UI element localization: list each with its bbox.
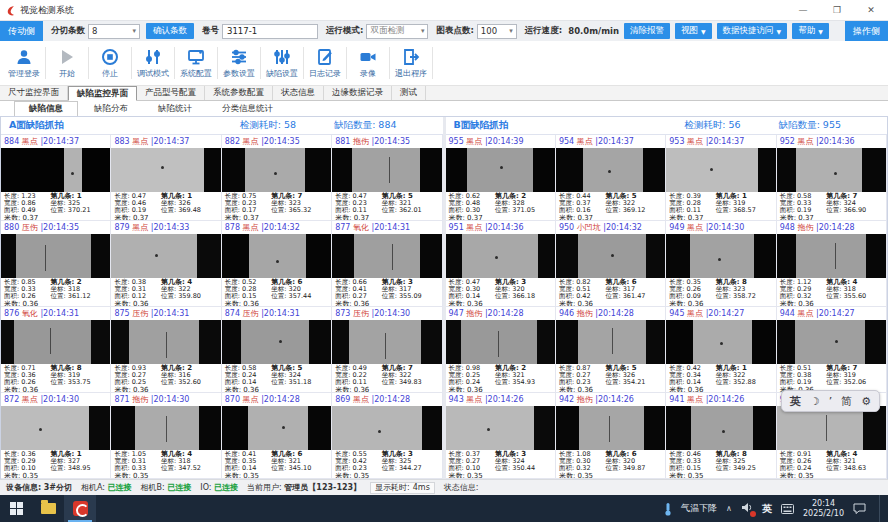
- defect-cell[interactable]: 880 压伤 |20:14:35 长度: 0.85 宽度: 0.33 面积: 0…: [1, 221, 111, 307]
- defect-cell[interactable]: 953 黑点 |20:14:37 长度: 0.39 宽度: 0.28 面积: 0…: [666, 135, 776, 221]
- clock[interactable]: 20:14 2025/2/10: [803, 499, 844, 518]
- tab-system-param-config[interactable]: 系统参数配置: [205, 86, 273, 100]
- moon-icon[interactable]: ☽: [810, 396, 820, 407]
- defect-cell[interactable]: 952 黑点 |20:14:36 长度: 0.58 宽度: 0.33 面积: 0…: [777, 135, 887, 221]
- defect-image[interactable]: [556, 148, 665, 192]
- run-mode-select[interactable]: 双面检测 ▾: [366, 24, 428, 39]
- defect-cell[interactable]: 955 黑点 |20:14:39 长度: 0.62 宽度: 0.48 面积: 0…: [446, 135, 556, 221]
- defect-cell[interactable]: 877 氧化 |20:14:31 长度: 0.66 宽度: 0.41 面积: 0…: [332, 221, 442, 307]
- subtab-defect-statistics[interactable]: 缺陷统计: [144, 102, 206, 116]
- defect-image[interactable]: [1, 148, 110, 192]
- defect-image[interactable]: [332, 148, 441, 192]
- defect-image[interactable]: [1, 406, 110, 450]
- tab-status-info[interactable]: 状态信息: [273, 86, 324, 100]
- defect-cell[interactable]: 954 黑点 |20:14:37 长度: 0.44 宽度: 0.37 面积: 0…: [556, 135, 666, 221]
- close-button[interactable]: ✕: [854, 1, 888, 19]
- defect-cell[interactable]: 883 黑点 |20:14:37 长度: 0.47 宽度: 0.46 面积: 0…: [111, 135, 221, 221]
- defect-image[interactable]: [777, 234, 886, 278]
- defect-image[interactable]: [111, 148, 220, 192]
- defect-cell[interactable]: 947 拖伤 |20:14:28 长度: 0.98 宽度: 0.25 面积: 0…: [446, 307, 556, 393]
- defect-image[interactable]: [332, 320, 441, 364]
- keyboard-icon[interactable]: [781, 504, 794, 514]
- defect-cell[interactable]: 884 黑点 |20:14:37 长度: 1.23 宽度: 0.86 面积: 0…: [1, 135, 111, 221]
- defect-cell[interactable]: 951 黑点 |20:14:36 长度: 0.47 宽度: 0.30 面积: 0…: [446, 221, 556, 307]
- tab-product-model-config[interactable]: 产品型号配置: [137, 86, 205, 100]
- defect-cell[interactable]: 943 黑点 |20:14:26 长度: 0.37 宽度: 0.27 面积: 0…: [446, 393, 556, 479]
- defect-cell[interactable]: 876 氧化 |20:14:31 长度: 0.71 宽度: 0.36 面积: 0…: [1, 307, 111, 393]
- defect-image[interactable]: [446, 148, 555, 192]
- operate-side-button[interactable]: 操作侧: [845, 21, 888, 41]
- defect-cell[interactable]: 869 黑点 |20:14:28 长度: 0.55 宽度: 0.42 面积: 0…: [332, 393, 442, 479]
- defect-cell[interactable]: 870 黑点 |20:14:28 长度: 0.41 宽度: 0.35 面积: 0…: [222, 393, 332, 479]
- file-explorer-button[interactable]: [32, 495, 64, 522]
- defect-cell[interactable]: 942 拖伤 |20:14:26 长度: 1.08 宽度: 0.30 面积: 0…: [556, 393, 666, 479]
- subtab-defect-info[interactable]: 缺陷信息: [14, 101, 78, 116]
- defect-cell[interactable]: 949 黑点 |20:14:30 长度: 0.35 宽度: 0.26 面积: 0…: [666, 221, 776, 307]
- defect-cell[interactable]: 872 黑点 |20:14:30 长度: 0.36 宽度: 0.29 面积: 0…: [1, 393, 111, 479]
- start-button[interactable]: [0, 495, 32, 522]
- defect-cell[interactable]: 878 黑点 |20:14:32 长度: 0.52 宽度: 0.28 面积: 0…: [222, 221, 332, 307]
- defect-cell[interactable]: 948 拖伤 |20:14:28 长度: 1.12 宽度: 0.29 面积: 0…: [777, 221, 887, 307]
- maximize-button[interactable]: ❐: [820, 1, 854, 19]
- tab-test[interactable]: 测试: [392, 86, 426, 100]
- defect-image[interactable]: [332, 406, 441, 450]
- defect-image[interactable]: [446, 320, 555, 364]
- ime-bar[interactable]: 英 ☽ ’ 简 ⚙: [781, 390, 880, 412]
- ime-simplified-toggle[interactable]: 简: [841, 396, 852, 407]
- drive-side-button[interactable]: 传动侧: [0, 21, 43, 41]
- roll-number-input[interactable]: [222, 24, 318, 39]
- admin-login-button[interactable]: 管理登录: [4, 48, 44, 79]
- defect-cell[interactable]: 946 拖伤 |20:14:28 长度: 0.87 宽度: 0.27 面积: 0…: [556, 307, 666, 393]
- defect-image[interactable]: [332, 234, 441, 278]
- subtab-defect-distribution[interactable]: 缺陷分布: [80, 102, 142, 116]
- show-desktop-button[interactable]: [879, 495, 884, 522]
- defect-cell[interactable]: 945 黑点 |20:14:27 长度: 0.42 宽度: 0.34 面积: 0…: [666, 307, 776, 393]
- defect-image[interactable]: [111, 406, 220, 450]
- defect-settings-button[interactable]: 缺陷设置: [262, 48, 302, 79]
- defect-image[interactable]: [556, 234, 665, 278]
- defect-image[interactable]: [556, 320, 665, 364]
- stop-button[interactable]: 停止: [90, 48, 130, 79]
- defect-cell[interactable]: 874 压伤 |20:14:31 长度: 0.58 宽度: 0.24 面积: 0…: [222, 307, 332, 393]
- help-menu-button[interactable]: 帮助▼: [792, 23, 829, 39]
- defect-image[interactable]: [222, 234, 331, 278]
- tab-size-monitor[interactable]: 尺寸监控界面: [0, 86, 68, 100]
- system-config-button[interactable]: 系统配置: [176, 48, 216, 79]
- clear-alarm-button[interactable]: 清除报警: [624, 23, 670, 39]
- log-record-button[interactable]: 日志记录: [305, 48, 345, 79]
- defect-image[interactable]: [777, 148, 886, 192]
- inspection-app-taskbar-button[interactable]: [64, 495, 96, 522]
- tab-defect-monitor[interactable]: 缺陷监控界面: [68, 86, 137, 101]
- defect-image[interactable]: [666, 234, 775, 278]
- defect-image[interactable]: [222, 406, 331, 450]
- defect-image[interactable]: [666, 406, 775, 450]
- defect-image[interactable]: [111, 234, 220, 278]
- slit-count-select[interactable]: 8 ▾: [88, 24, 140, 39]
- defect-cell[interactable]: 871 拖伤 |20:14:30 长度: 1.05 宽度: 0.31 面积: 0…: [111, 393, 221, 479]
- defect-image[interactable]: [777, 320, 886, 364]
- defect-image[interactable]: [446, 406, 555, 450]
- defect-cell[interactable]: 881 拖伤 |20:14:35 长度: 0.47 宽度: 0.23 面积: 0…: [332, 135, 442, 221]
- defect-cell[interactable]: 873 压伤 |20:14:30 长度: 0.49 宽度: 0.22 面积: 0…: [332, 307, 442, 393]
- punctuation-toggle[interactable]: ’: [829, 396, 833, 407]
- ime-lang-toggle[interactable]: 英: [790, 396, 801, 407]
- defect-cell[interactable]: 941 黑点 |20:14:26 长度: 0.46 宽度: 0.33 面积: 0…: [666, 393, 776, 479]
- defect-cell[interactable]: 879 黑点 |20:14:33 长度: 0.38 宽度: 0.31 面积: 0…: [111, 221, 221, 307]
- defect-cell[interactable]: 875 压伤 |20:14:31 长度: 0.93 宽度: 0.27 面积: 0…: [111, 307, 221, 393]
- defect-cell[interactable]: 950 小凹坑 |20:14:32 长度: 0.82 宽度: 0.51 面积: …: [556, 221, 666, 307]
- defect-image[interactable]: [446, 234, 555, 278]
- defect-image[interactable]: [1, 234, 110, 278]
- defect-image[interactable]: [666, 320, 775, 364]
- start-button[interactable]: 开始: [47, 48, 87, 79]
- debug-mode-button[interactable]: 调试模式: [133, 48, 173, 79]
- action-center-icon[interactable]: [853, 503, 866, 514]
- input-language-indicator[interactable]: 英: [762, 502, 772, 516]
- minimize-button[interactable]: —: [786, 1, 820, 19]
- defect-image[interactable]: [222, 320, 331, 364]
- volume-button[interactable]: [741, 502, 753, 515]
- weather-text[interactable]: 气温下降: [681, 502, 717, 515]
- defect-image[interactable]: [777, 406, 886, 450]
- data-quick-access-menu-button[interactable]: 数据快捷访问▼: [717, 23, 788, 39]
- defect-image[interactable]: [1, 320, 110, 364]
- chart-points-select[interactable]: 100 ▾: [477, 24, 517, 39]
